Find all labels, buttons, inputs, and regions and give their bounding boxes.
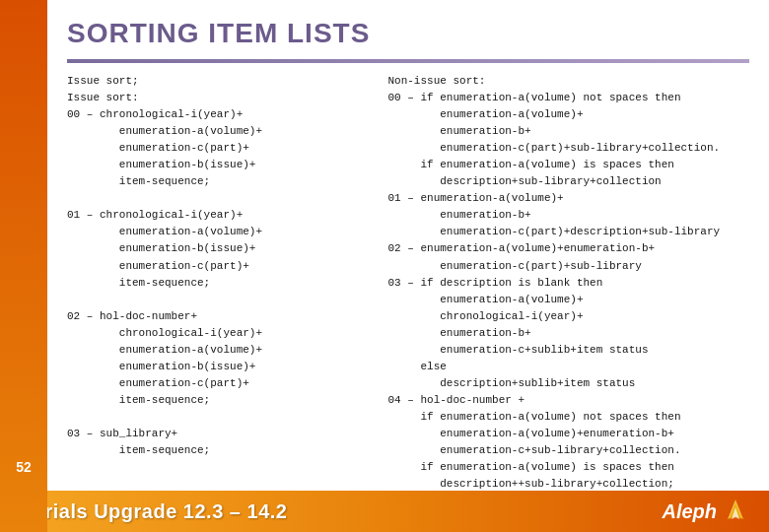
right-column: Non-issue sort: 00 – if enumeration-a(vo… [387,73,749,447]
section-divider [67,59,749,63]
aleph-logo: Aleph [662,498,749,525]
bottom-bar: Serials Upgrade 12.3 – 14.2 Aleph [0,491,769,532]
left-column: Issue sort; Issue sort: 00 – chronologic… [67,73,368,447]
main-content: SORTING ITEM LISTS Issue sort; Issue sor… [47,0,769,532]
bottom-label: Serials Upgrade 12.3 – 14.2 [20,500,287,523]
page-number: 52 [5,459,42,475]
aleph-text: Aleph [662,500,717,523]
content-columns: Issue sort; Issue sort: 00 – chronologic… [47,73,769,447]
page-title: SORTING ITEM LISTS [67,18,749,49]
left-accent-bar [0,0,47,532]
title-area: SORTING ITEM LISTS [47,0,769,59]
aleph-icon [722,498,749,525]
